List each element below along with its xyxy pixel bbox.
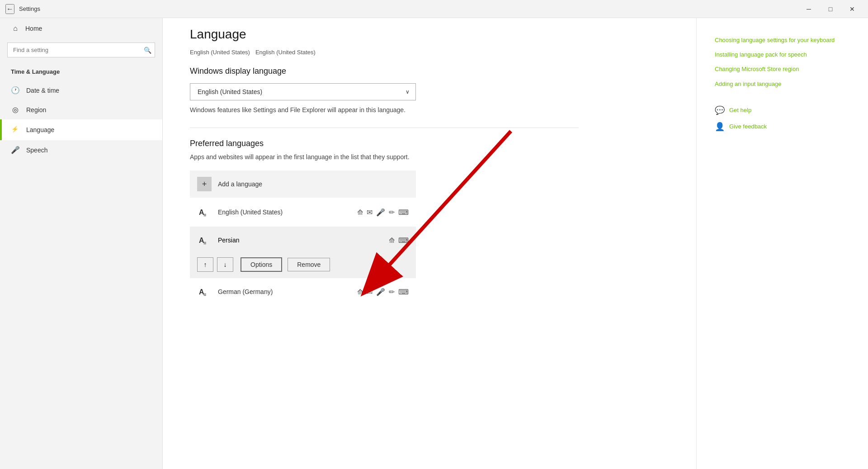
right-panel: Choosing language settings for your keyb… (696, 0, 868, 469)
right-link-input[interactable]: Adding an input language (715, 80, 850, 88)
main-content: Language English (United States) English… (163, 0, 696, 469)
get-help-action[interactable]: 💬 Get help (715, 105, 850, 115)
lang-capabilities-en: ⟰ ✉ 🎤 ✏ ⌨ (357, 208, 409, 217)
get-help-label: Get help (729, 107, 751, 114)
preferred-languages-title: Preferred languages (190, 139, 579, 148)
minimize-button[interactable]: ─ (798, 2, 819, 16)
right-link-store[interactable]: Changing Microsoft Store region (715, 65, 850, 73)
right-divider (715, 95, 850, 105)
persian-action-bar: ↑ ↓ Options Remove (190, 254, 416, 278)
lang-name-german: German (Germany) (218, 288, 357, 295)
display-language-title: Windows display language (190, 66, 579, 76)
search-container: 🔍 (7, 43, 155, 57)
feedback-icon: 👤 (715, 122, 725, 132)
lang-capabilities-de: ⟰ ✉ 🎤 ✏ ⌨ (357, 288, 409, 296)
language-item-english[interactable]: A ≡ English (United States) ⟰ ✉ 🎤 ✏ ⌨ (190, 199, 416, 226)
sidebar: ⌂ Home 🔍 Time & Language 🕐 Date & time ◎… (0, 0, 163, 469)
move-up-icon: ↑ (204, 261, 207, 268)
add-language-label: Add a language (218, 180, 262, 188)
cap-handwriting-en: ✏ (389, 208, 395, 217)
move-up-button[interactable]: ↑ (197, 257, 213, 272)
give-feedback-label: Give feedback (729, 123, 767, 130)
language-icon: ⚡ (11, 125, 20, 135)
options-label: Options (250, 261, 272, 268)
cap-display-fa: ⟰ (389, 236, 395, 245)
move-down-button[interactable]: ↓ (217, 257, 233, 272)
sidebar-item-language[interactable]: ⚡ Language (0, 119, 162, 140)
sidebar-label-language: Language (26, 126, 54, 133)
date-time-icon: 🕐 (11, 86, 20, 95)
titlebar: ← Settings ─ □ ✕ (0, 0, 868, 18)
language-letter-icon-de: A ≡ (197, 284, 212, 299)
sidebar-label-region: Region (26, 106, 46, 114)
sidebar-label-date-time: Date & time (26, 87, 59, 94)
give-feedback-action[interactable]: 👤 Give feedback (715, 122, 850, 132)
region-icon: ◎ (11, 105, 20, 114)
plus-icon: + (197, 177, 212, 191)
home-icon: ⌂ (11, 24, 20, 33)
language-letter-icon-fa: A ≡ (197, 233, 212, 247)
svg-text:≡: ≡ (203, 240, 206, 246)
search-input[interactable] (7, 43, 155, 57)
cap-speech-de: 🎤 (376, 288, 385, 296)
lang-capabilities-fa: ⟰ ⌨ (389, 236, 409, 245)
page-title: Language (190, 27, 579, 42)
back-button[interactable]: ← (5, 4, 14, 14)
breadcrumb-lang1: English (United States) (190, 49, 250, 56)
sidebar-label-speech: Speech (26, 147, 47, 154)
cap-keyboard-fa: ⌨ (398, 236, 409, 245)
speech-icon: 🎤 (11, 146, 20, 154)
cap-keyboard-de: ⌨ (398, 288, 409, 296)
language-item-german[interactable]: A ≡ German (Germany) ⟰ ✉ 🎤 ✏ ⌨ (190, 278, 416, 305)
sidebar-item-region[interactable]: ◎ Region (0, 100, 162, 119)
sidebar-section-title: Time & Language (0, 65, 162, 81)
divider (190, 128, 579, 128)
display-language-desc: Windows features like Settings and File … (190, 106, 579, 115)
home-label: Home (25, 25, 42, 32)
language-letter-icon-en: A ≡ (197, 205, 212, 219)
right-link-keyboard[interactable]: Choosing language settings for your keyb… (715, 36, 850, 44)
home-nav-item[interactable]: ⌂ Home (0, 18, 162, 39)
close-button[interactable]: ✕ (842, 2, 863, 16)
svg-text:⚡: ⚡ (11, 125, 19, 133)
lang-name-english: English (United States) (218, 208, 357, 216)
options-button[interactable]: Options (241, 257, 282, 272)
preferred-languages-desc: Apps and websites will appear in the fir… (190, 153, 579, 162)
breadcrumb: English (United States) English (United … (190, 49, 579, 56)
search-button[interactable]: 🔍 (144, 47, 151, 54)
cap-display-de: ⟰ (357, 288, 363, 296)
right-link-speech[interactable]: Installing language pack for speech (715, 51, 850, 59)
cap-keyboard-en: ⌨ (398, 208, 409, 217)
maximize-button[interactable]: □ (820, 2, 841, 16)
language-item-persian: A ≡ Persian ⟰ ⌨ ↑ ↓ Options (190, 227, 416, 278)
cap-handwriting-de: ✏ (389, 288, 395, 296)
lang-name-persian: Persian (218, 237, 389, 244)
help-icon: 💬 (715, 105, 725, 115)
move-down-icon: ↓ (224, 261, 227, 268)
cap-speech-en: 🎤 (376, 208, 385, 217)
titlebar-title: Settings (19, 5, 40, 12)
persian-header[interactable]: A ≡ Persian ⟰ ⌨ (190, 227, 416, 254)
cap-mail-de: ✉ (367, 288, 373, 296)
svg-text:≡: ≡ (203, 212, 206, 218)
search-icon: 🔍 (144, 47, 151, 54)
add-language-button[interactable]: + Add a language (190, 171, 416, 198)
cap-display-en: ⟰ (357, 208, 363, 217)
sidebar-item-speech[interactable]: 🎤 Speech (0, 140, 162, 160)
window-controls: ─ □ ✕ (798, 2, 863, 16)
sidebar-item-date-time[interactable]: 🕐 Date & time (0, 81, 162, 100)
display-language-select[interactable]: English (United States) Persian German (… (190, 83, 416, 100)
back-icon: ← (6, 5, 14, 13)
breadcrumb-lang2: English (United States) (255, 49, 316, 56)
remove-button[interactable]: Remove (288, 258, 330, 271)
display-language-wrapper: English (United States) Persian German (… (190, 83, 416, 100)
cap-mail-en: ✉ (367, 208, 373, 217)
remove-label: Remove (297, 261, 321, 268)
svg-text:≡: ≡ (203, 292, 206, 297)
